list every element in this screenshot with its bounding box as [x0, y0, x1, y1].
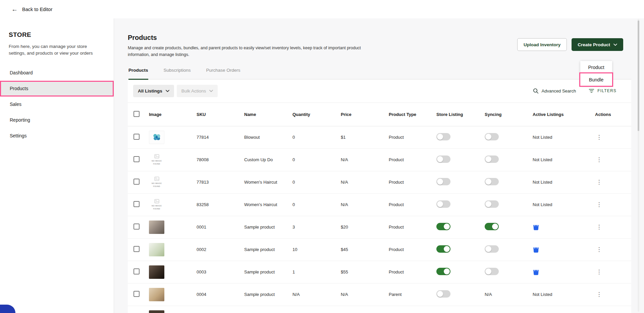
cell-price: $45: [341, 247, 389, 252]
row-checkbox[interactable]: [133, 156, 140, 162]
cell-price: $20: [341, 225, 389, 230]
back-to-editor-label: Back to Editor: [22, 7, 52, 12]
sidebar-item[interactable]: Products: [0, 81, 114, 97]
syncing-toggle[interactable]: [485, 178, 499, 185]
row-actions-menu-button[interactable]: ⋮: [595, 224, 603, 231]
row-checkbox[interactable]: [133, 268, 140, 274]
cell-name: Blowout: [244, 135, 292, 140]
advanced-search-label: Advanced Search: [542, 88, 576, 93]
sidebar-item[interactable]: Dashboard: [0, 65, 114, 81]
store-listing-toggle[interactable]: [436, 133, 450, 140]
syncing-toggle[interactable]: [485, 155, 499, 163]
column-quantity: Quantity: [292, 112, 341, 117]
shopping-bag-icon[interactable]: [533, 268, 539, 275]
back-to-editor-button[interactable]: ← Back to Editor: [11, 6, 52, 12]
store-listing-toggle[interactable]: [436, 290, 450, 298]
shopping-bag-icon[interactable]: [533, 245, 539, 253]
tab[interactable]: Purchase Orders: [206, 68, 240, 80]
store-listing-toggle[interactable]: [436, 223, 450, 230]
filters-button[interactable]: FILTERS: [589, 88, 616, 93]
product-image: NO IMAGE FOUND: [149, 176, 164, 189]
no-image-placeholder: NO IMAGE FOUND: [150, 177, 164, 188]
cell-product-type: Product: [389, 180, 436, 185]
cell-product-type: Product: [389, 225, 436, 230]
table-row: NO IMAGE FOUND 77813 Women's Haircut 0 N…: [128, 171, 631, 194]
upload-inventory-button[interactable]: Upload Inventory: [517, 38, 567, 51]
store-listing-toggle[interactable]: [436, 155, 450, 163]
create-menu-item[interactable]: Bundle: [580, 73, 612, 86]
row-actions-menu-button[interactable]: ⋮: [595, 156, 603, 163]
column-price: Price: [341, 112, 389, 117]
create-product-menu: Product Bundle: [580, 61, 612, 86]
cell-syncing: [485, 133, 533, 141]
row-actions-menu-button[interactable]: ⋮: [595, 134, 603, 141]
syncing-toggle[interactable]: [485, 200, 499, 208]
cell-quantity: 0: [292, 135, 341, 140]
sidebar-item[interactable]: Sales: [0, 97, 114, 112]
cell-name: Sample product: [244, 269, 292, 274]
cell-store-listing: [436, 178, 485, 186]
row-checkbox[interactable]: [133, 179, 140, 185]
row-checkbox[interactable]: [133, 201, 140, 207]
syncing-toggle[interactable]: [485, 268, 499, 275]
store-listing-toggle[interactable]: [436, 178, 450, 185]
create-product-button[interactable]: Create Product: [572, 38, 623, 51]
cell-sku: 0004: [197, 292, 244, 297]
syncing-toggle[interactable]: [485, 223, 499, 230]
product-image: [149, 310, 164, 313]
sidebar-item[interactable]: Reporting: [0, 112, 114, 128]
sidebar-item[interactable]: Settings: [0, 128, 114, 144]
vertical-scrollbar-track[interactable]: [638, 19, 639, 312]
column-product-type: Product Type: [389, 112, 436, 117]
table-toolbar: All Listings Bulk Actions Advanced Searc…: [128, 79, 631, 103]
all-listings-dropdown[interactable]: All Listings: [133, 85, 174, 97]
column-syncing: Syncing: [485, 112, 533, 117]
row-actions-menu-button[interactable]: ⋮: [595, 179, 603, 186]
row-checkbox[interactable]: [133, 224, 140, 230]
syncing-toggle[interactable]: [485, 133, 499, 140]
row-checkbox[interactable]: [133, 134, 140, 140]
cell-active-listings: [533, 223, 595, 232]
column-actions: Actions: [595, 112, 631, 117]
bulk-actions-dropdown[interactable]: Bulk Actions: [177, 85, 218, 97]
cell-syncing: [485, 178, 533, 186]
tab[interactable]: Subscriptions: [164, 68, 191, 80]
store-listing-toggle[interactable]: [436, 200, 450, 208]
table-row: NO IMAGE FOUND 0003 Sample product 1 $55…: [128, 261, 631, 284]
syncing-toggle[interactable]: [485, 245, 499, 253]
store-listing-toggle[interactable]: [436, 268, 450, 275]
cell-price: N/A: [341, 157, 389, 162]
vertical-scrollbar-thumb[interactable]: [638, 20, 639, 131]
row-actions-menu-button[interactable]: ⋮: [595, 268, 603, 275]
filter-icon: [589, 88, 594, 93]
row-actions-menu-button[interactable]: ⋮: [595, 246, 603, 253]
product-image: NO IMAGE FOUND: [149, 221, 164, 234]
select-all-checkbox[interactable]: [133, 111, 140, 117]
chevron-down-icon: [613, 44, 617, 46]
cell-name: Custom Up Do: [244, 157, 292, 162]
cell-store-listing: [436, 245, 485, 254]
create-menu-item[interactable]: Product: [580, 61, 612, 73]
row-actions-menu-button[interactable]: ⋮: [595, 291, 603, 298]
cell-active-listings: [533, 268, 595, 276]
shopping-bag-icon[interactable]: [533, 223, 539, 231]
table-row-partial: [128, 306, 631, 313]
cell-price: $55: [341, 269, 389, 274]
advanced-search-button[interactable]: Advanced Search: [533, 88, 576, 94]
tab[interactable]: Products: [128, 68, 148, 80]
row-checkbox[interactable]: [133, 246, 140, 252]
row-actions-menu-button[interactable]: ⋮: [595, 201, 603, 208]
arrow-left-icon: ←: [11, 6, 18, 12]
sidebar-title: STORE: [0, 31, 114, 39]
row-checkbox[interactable]: [133, 291, 140, 297]
cell-product-type: Parent: [389, 292, 436, 297]
cell-name: Women's Haircut: [244, 202, 292, 207]
cell-active-listings: Not Listed: [533, 202, 595, 207]
search-icon: [533, 88, 539, 94]
product-image: NO IMAGE FOUND: [149, 198, 164, 211]
cell-syncing: N/A: [485, 292, 533, 297]
cell-store-listing: [436, 155, 485, 164]
no-image-placeholder: NO IMAGE FOUND: [150, 154, 164, 165]
store-listing-toggle[interactable]: [436, 245, 450, 253]
chevron-down-icon: [209, 90, 213, 92]
